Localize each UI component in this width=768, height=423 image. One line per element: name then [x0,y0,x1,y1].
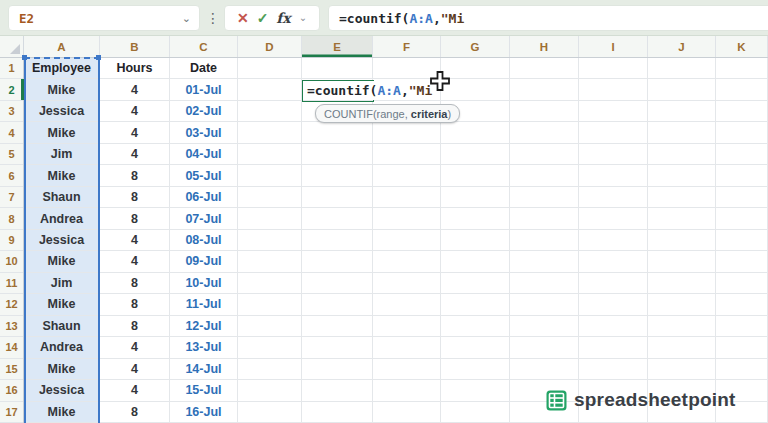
cell-J3[interactable] [648,101,716,122]
cell-G5[interactable] [441,144,510,165]
cell-D12[interactable] [238,294,302,315]
cell-e2-edit-overlay[interactable]: =countif(A:A,"Mi [304,81,435,100]
cell-J1[interactable] [648,58,716,79]
cell-C16[interactable]: 15-Jul [170,380,238,401]
cell-F6[interactable] [373,165,441,186]
cell-F15[interactable] [373,359,441,380]
cell-J9[interactable] [648,230,716,251]
cell-A11[interactable]: Jim [24,273,100,294]
cell-A9[interactable]: Jessica [24,230,100,251]
cell-E12[interactable] [302,294,373,315]
row-header-17[interactable]: 17 [0,402,23,423]
cell-H13[interactable] [510,316,579,337]
cell-G11[interactable] [441,273,510,294]
cell-H3[interactable] [510,101,579,122]
cell-F4[interactable] [373,122,441,143]
row-header-15[interactable]: 15 [0,359,23,380]
row-header-1[interactable]: 1 [0,58,23,79]
cell-E5[interactable] [302,144,373,165]
cell-I6[interactable] [579,165,648,186]
cell-H5[interactable] [510,144,579,165]
cell-K1[interactable] [716,58,768,79]
cell-D3[interactable] [238,101,302,122]
cell-B11[interactable]: 8 [100,273,170,294]
select-all-button[interactable] [0,36,24,57]
cell-B8[interactable]: 8 [100,208,170,229]
cell-D10[interactable] [238,251,302,272]
cell-K3[interactable] [716,101,768,122]
cell-A7[interactable]: Shaun [24,187,100,208]
cell-H9[interactable] [510,230,579,251]
cell-K10[interactable] [716,251,768,272]
cell-E4[interactable] [302,122,373,143]
cell-E7[interactable] [302,187,373,208]
cell-I9[interactable] [579,230,648,251]
cell-H2[interactable] [510,79,579,100]
cell-B12[interactable]: 8 [100,294,170,315]
cell-A1[interactable]: Employee [24,58,100,79]
cell-E16[interactable] [302,380,373,401]
cell-G8[interactable] [441,208,510,229]
cell-I10[interactable] [579,251,648,272]
column-header-G[interactable]: G [441,36,510,57]
cell-G17[interactable] [441,402,510,423]
cell-A6[interactable]: Mike [24,165,100,186]
cell-K13[interactable] [716,316,768,337]
cell-C8[interactable]: 07-Jul [170,208,238,229]
cell-J7[interactable] [648,187,716,208]
cell-F5[interactable] [373,144,441,165]
cell-I2[interactable] [579,79,648,100]
cell-D16[interactable] [238,380,302,401]
cell-G13[interactable] [441,316,510,337]
cell-I4[interactable] [579,122,648,143]
cell-A10[interactable]: Mike [24,251,100,272]
row-header-6[interactable]: 6 [0,165,23,186]
cell-D9[interactable] [238,230,302,251]
row-header-12[interactable]: 12 [0,294,23,315]
cell-I11[interactable] [579,273,648,294]
cell-D6[interactable] [238,165,302,186]
row-header-11[interactable]: 11 [0,273,23,294]
column-header-K[interactable]: K [716,36,768,57]
cell-F7[interactable] [373,187,441,208]
cell-G2[interactable] [441,79,510,100]
row-header-3[interactable]: 3 [0,101,23,122]
cell-B7[interactable]: 8 [100,187,170,208]
row-header-14[interactable]: 14 [0,337,23,358]
cell-C2[interactable]: 01-Jul [170,79,238,100]
cell-B1[interactable]: Hours [100,58,170,79]
cell-G15[interactable] [441,359,510,380]
cell-I1[interactable] [579,58,648,79]
cell-K14[interactable] [716,337,768,358]
cell-K4[interactable] [716,122,768,143]
cell-J15[interactable] [648,359,716,380]
cell-F11[interactable] [373,273,441,294]
cell-A16[interactable]: Jessica [24,380,100,401]
cell-A4[interactable]: Mike [24,122,100,143]
cell-A12[interactable]: Mike [24,294,100,315]
enter-icon[interactable]: ✓ [257,10,269,26]
cell-B5[interactable]: 4 [100,144,170,165]
row-header-13[interactable]: 13 [0,316,23,337]
name-box-chevron-icon[interactable]: ⌄ [182,13,191,24]
cell-F17[interactable] [373,402,441,423]
cell-K15[interactable] [716,359,768,380]
cell-J8[interactable] [648,208,716,229]
cell-F13[interactable] [373,316,441,337]
cell-D14[interactable] [238,337,302,358]
cell-C13[interactable]: 12-Jul [170,316,238,337]
cell-C6[interactable]: 05-Jul [170,165,238,186]
cell-B16[interactable]: 4 [100,380,170,401]
cell-C14[interactable]: 13-Jul [170,337,238,358]
cell-G12[interactable] [441,294,510,315]
column-header-C[interactable]: C [170,36,238,57]
cell-B10[interactable]: 4 [100,251,170,272]
cell-G1[interactable] [441,58,510,79]
cell-J4[interactable] [648,122,716,143]
cell-H1[interactable] [510,58,579,79]
cell-C12[interactable]: 11-Jul [170,294,238,315]
cell-H7[interactable] [510,187,579,208]
cell-I7[interactable] [579,187,648,208]
insert-function-icon[interactable]: fx [276,10,290,26]
cell-K5[interactable] [716,144,768,165]
